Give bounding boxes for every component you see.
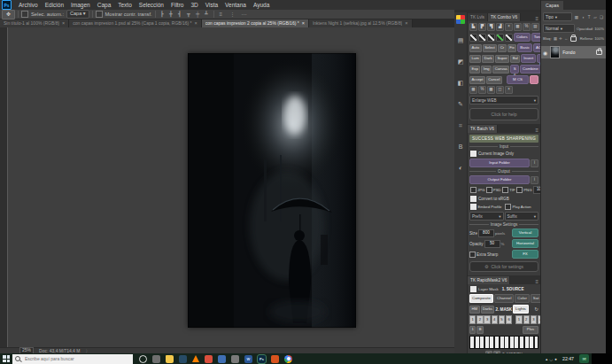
tk-mini-button[interactable]: Exp bbox=[469, 66, 480, 74]
fx-button[interactable]: FX bbox=[512, 250, 538, 259]
darks-zone-button[interactable]: 6 bbox=[506, 315, 512, 324]
panel-icon[interactable]: ◧ bbox=[456, 79, 465, 88]
format-checkbox[interactable] bbox=[486, 187, 492, 193]
tk-mini-button[interactable]: Auto bbox=[469, 44, 482, 52]
tk-action-icon[interactable]: ▛ bbox=[478, 23, 486, 31]
menu-item[interactable]: Ventana bbox=[221, 0, 250, 10]
align-icon[interactable]: ╋ bbox=[167, 11, 175, 18]
help-bar-button[interactable]: Click for help bbox=[469, 108, 538, 120]
document-tab[interactable]: Inktens Night 1 (sefirka).jpg al 12.5% (… bbox=[309, 19, 413, 27]
zone-sub-button-b[interactable]: B bbox=[476, 326, 484, 334]
lock-option-icon[interactable]: ↔ bbox=[564, 35, 569, 42]
distribute-icon[interactable]: ≡ bbox=[217, 11, 225, 18]
layer-mask-checkbox[interactable] bbox=[470, 286, 476, 292]
taskbar-app-icon[interactable] bbox=[205, 355, 213, 363]
tk-action-icon[interactable]: ▩ bbox=[487, 86, 495, 94]
lights-zone-button[interactable]: 1 bbox=[515, 315, 522, 324]
tk-button[interactable]: S & M bbox=[510, 65, 519, 74]
start-button[interactable] bbox=[3, 355, 10, 362]
vertical-button[interactable]: Vertical bbox=[512, 228, 538, 237]
tk-button[interactable]: Invert bbox=[521, 54, 536, 63]
enlarge-web-dropdown[interactable]: Enlarge WEB ▾ bbox=[469, 96, 538, 105]
darks-zone-button[interactable]: 4 bbox=[492, 315, 498, 324]
tk-mini-button[interactable]: Accept bbox=[469, 76, 485, 84]
autoselect-checkbox[interactable] bbox=[21, 11, 28, 18]
lights-zone-button[interactable]: 2 bbox=[523, 315, 530, 324]
click-for-settings-button[interactable]: ⚙ Click for settings bbox=[469, 261, 538, 272]
align-icon[interactable]: ╪ bbox=[194, 11, 202, 18]
taskbar-app-icon[interactable] bbox=[152, 355, 160, 363]
source-button[interactable]: Composite bbox=[469, 294, 493, 303]
brush-slash-icon[interactable] bbox=[505, 34, 513, 42]
format-option[interactable]: JPG bbox=[470, 187, 484, 193]
taskbar-app-icon[interactable] bbox=[166, 355, 174, 363]
document-tab[interactable]: Sin título-1 al 100% (RGB/8) × bbox=[0, 19, 69, 27]
current-image-only-checkbox[interactable] bbox=[470, 151, 476, 157]
taskbar-app-icon[interactable] bbox=[139, 355, 147, 363]
zone-piano-keys[interactable] bbox=[469, 336, 538, 349]
document-tab[interactable]: con capas impresion 1.psd al 25% (Capa 1… bbox=[69, 19, 201, 27]
blend-mode-dropdown[interactable]: Normal ▾ bbox=[543, 24, 575, 33]
menu-item[interactable]: Texto bbox=[114, 0, 136, 10]
menu-item[interactable]: Archivo bbox=[15, 0, 42, 10]
close-icon[interactable]: × bbox=[62, 19, 65, 27]
tk-mini-button[interactable]: Img bbox=[481, 66, 492, 74]
tk-action-icon[interactable]: ▦ bbox=[469, 86, 477, 94]
panel-tab[interactable]: TK Batch V6 bbox=[468, 125, 498, 133]
tk-action-icon[interactable]: × bbox=[505, 86, 513, 94]
lights-zone-button[interactable]: 3 bbox=[531, 315, 537, 324]
align-icon[interactable]: ┻ bbox=[203, 11, 211, 18]
menu-item[interactable]: Imagen bbox=[67, 0, 94, 10]
tk-mini-button[interactable]: Dark bbox=[482, 55, 494, 63]
format-option[interactable]: PSD bbox=[486, 187, 501, 193]
filter-icon[interactable]: ❏ bbox=[599, 14, 604, 20]
fill-group[interactable]: Relleno: 100% bbox=[580, 36, 604, 41]
taskbar-app-icon[interactable] bbox=[231, 355, 239, 363]
distribute-icon[interactable]: ⋯ bbox=[240, 11, 248, 18]
lights-button[interactable]: Lights bbox=[513, 305, 529, 314]
align-icon[interactable]: ┣ bbox=[159, 11, 167, 18]
info-icon[interactable]: i bbox=[531, 159, 538, 167]
panel-icon[interactable]: ⌗ bbox=[456, 121, 465, 130]
taskbar-app-icon[interactable] bbox=[179, 355, 187, 363]
layer-thumbnail[interactable] bbox=[550, 46, 560, 58]
source-button[interactable]: Color bbox=[515, 294, 530, 303]
menu-item[interactable]: Edición bbox=[42, 0, 67, 10]
tk-mini-button[interactable]: Select bbox=[483, 44, 498, 52]
panel-tab[interactable]: TK RapidMask2 V6 bbox=[468, 276, 510, 284]
filter-icon[interactable]: T bbox=[586, 14, 592, 20]
lock-all-icon[interactable] bbox=[570, 36, 577, 42]
tk-mini-button[interactable]: Cancel bbox=[486, 76, 502, 84]
info-icon[interactable]: i bbox=[531, 176, 538, 184]
lock-option-icon[interactable]: ✛ bbox=[559, 35, 563, 42]
panel-icon[interactable]: B bbox=[456, 143, 465, 151]
hm-button[interactable]: HM bbox=[469, 306, 480, 314]
taskbar-app-icon[interactable] bbox=[218, 355, 226, 363]
suffix-dropdown[interactable]: Suffix ▾ bbox=[505, 212, 539, 221]
taskbar-app-icon[interactable]: Ps bbox=[258, 355, 266, 363]
darks-zone-button[interactable]: 5 bbox=[499, 315, 505, 324]
output-folder-button[interactable]: Output Folder bbox=[469, 175, 530, 184]
source-button[interactable]: Channel bbox=[494, 294, 514, 303]
taskbar-app-icon[interactable] bbox=[284, 355, 292, 363]
opacity-field[interactable]: 50 bbox=[484, 240, 500, 248]
tk-mini-button[interactable]: Super bbox=[495, 55, 509, 63]
tk-action-icon[interactable]: ▦ bbox=[514, 23, 522, 31]
opacity-group[interactable]: Opacidad: 100% bbox=[577, 27, 604, 31]
tk-button[interactable]: Colors bbox=[514, 33, 531, 42]
embed-profile-checkbox[interactable] bbox=[470, 204, 476, 210]
align-icon[interactable]: ┳ bbox=[185, 11, 193, 18]
layer-row-background[interactable]: ◉ Fondo bbox=[541, 46, 606, 58]
menu-item[interactable]: Ayuda bbox=[250, 0, 273, 10]
menu-item[interactable]: Capa bbox=[94, 0, 115, 10]
lock-option-icon[interactable]: ▦ bbox=[554, 35, 558, 42]
extra-sharp-checkbox[interactable] bbox=[469, 252, 476, 258]
darks-button[interactable]: Darks bbox=[481, 306, 495, 314]
tk-action-icon[interactable]: ◫ bbox=[496, 86, 504, 94]
plus-button[interactable]: Plus bbox=[523, 326, 538, 334]
close-icon[interactable]: × bbox=[405, 19, 407, 27]
taskbar-app-icon[interactable]: W bbox=[244, 355, 252, 363]
tk-action-icon[interactable]: ▟ bbox=[496, 23, 504, 31]
search-input[interactable] bbox=[23, 355, 115, 362]
menu-item[interactable]: 3D bbox=[187, 0, 201, 10]
